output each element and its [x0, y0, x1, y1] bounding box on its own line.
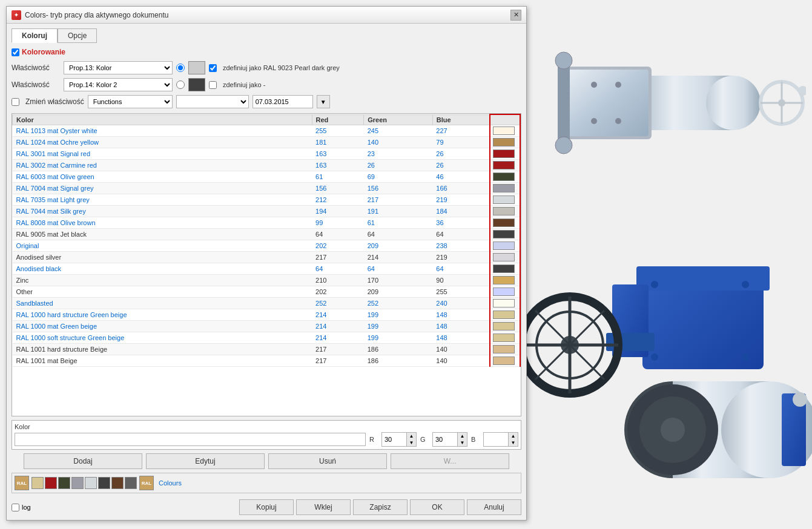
r-input[interactable] — [382, 433, 406, 446]
color-name-cell[interactable]: Anodised silver — [13, 251, 312, 263]
color-swatch-cell[interactable] — [490, 182, 520, 194]
swatch-5[interactable] — [85, 477, 97, 489]
tab-opcje[interactable]: Opcje — [58, 28, 97, 43]
table-row[interactable]: RAL 1000 hard structure Green beige21419… — [13, 309, 521, 320]
zmien-checkbox[interactable] — [12, 98, 19, 106]
usun-button[interactable]: Usuń — [268, 453, 387, 469]
color-swatch-cell[interactable] — [490, 240, 520, 251]
color-swatch-cell[interactable] — [490, 136, 520, 148]
b-input[interactable] — [484, 433, 508, 446]
color-swatch-cell[interactable] — [490, 297, 520, 309]
color-name-cell[interactable]: RAL 6003 mat Olive green — [13, 171, 312, 182]
zapisz-button[interactable]: Zapisz — [353, 499, 408, 515]
swatch-7[interactable] — [111, 477, 124, 489]
color-swatch-cell[interactable] — [490, 343, 520, 355]
table-row[interactable]: RAL 3002 mat Carmine red1632626 — [13, 159, 521, 171]
table-row[interactable]: RAL 7035 mat Light grey212217219 — [13, 194, 521, 205]
color-swatch-cell[interactable] — [490, 355, 520, 366]
color-name-cell[interactable]: RAL 7004 mat Signal grey — [13, 182, 312, 194]
property2-radio[interactable] — [176, 80, 185, 89]
dodaj-button[interactable]: Dodaj — [24, 453, 142, 469]
table-row[interactable]: Zinc21017090 — [13, 274, 521, 286]
table-row[interactable]: Anodised black646464 — [13, 263, 521, 274]
table-row[interactable]: RAL 8008 mat Olive brown996136 — [13, 217, 521, 228]
b-spin-down[interactable]: ▼ — [508, 439, 518, 446]
kopiuj-button[interactable]: Kopiuj — [239, 499, 294, 515]
table-row[interactable]: Original202209238 — [13, 240, 521, 251]
color-swatch-cell[interactable] — [490, 320, 520, 332]
color-table-container[interactable]: Kolor Red Green Blue RAL 1013 mat Oyster… — [12, 113, 521, 416]
color-swatch-cell[interactable] — [490, 205, 520, 217]
color-name-cell[interactable]: Other — [13, 286, 312, 297]
table-row[interactable]: RAL 1013 mat Oyster white255245227 — [13, 125, 521, 136]
color-swatch-cell[interactable] — [490, 228, 520, 240]
edytuj-button[interactable]: Edytuj — [146, 453, 265, 469]
property1-select[interactable]: Prop.13: Kolor — [64, 61, 173, 74]
g-input[interactable] — [433, 433, 457, 446]
color-swatch-cell[interactable] — [490, 159, 520, 171]
property1-radio[interactable] — [176, 64, 185, 72]
color-name-cell[interactable]: RAL 1013 mat Oyster white — [13, 125, 312, 136]
date-picker-button[interactable]: ▼ — [317, 95, 330, 108]
table-row[interactable]: RAL 1001 hard structure Beige217186140 — [13, 343, 521, 355]
swatch-3[interactable] — [58, 477, 70, 489]
ral-icon-2[interactable]: RAL — [138, 475, 155, 491]
color-swatch-cell[interactable] — [490, 171, 520, 182]
color-name-cell[interactable]: Zinc — [13, 274, 312, 286]
color-swatch-cell[interactable] — [490, 309, 520, 320]
color-swatch-cell[interactable] — [490, 263, 520, 274]
table-row[interactable]: RAL 1024 mat Ochre yellow18114079 — [13, 136, 521, 148]
tab-koloruj[interactable]: Koloruj — [12, 28, 58, 43]
property1-zdefiniuj-checkbox[interactable] — [209, 64, 217, 72]
table-row[interactable]: RAL 9005 mat Jet black646464 — [13, 228, 521, 240]
swatch-8[interactable] — [125, 477, 137, 489]
table-row[interactable]: RAL 1000 soft structure Green beige21419… — [13, 332, 521, 343]
property2-zdefiniuj-checkbox[interactable] — [209, 81, 217, 89]
kolor-name-input[interactable] — [15, 433, 366, 446]
functions-select[interactable]: Functions — [88, 95, 173, 108]
ok-button[interactable]: OK — [410, 499, 464, 515]
ral-icon-1[interactable]: RAL — [13, 475, 30, 491]
color-name-cell[interactable]: RAL 1001 mat Beige — [13, 355, 312, 366]
table-row[interactable]: RAL 1000 mat Green beige214199148 — [13, 320, 521, 332]
property2-select[interactable]: Prop.14: Kolor 2 — [64, 78, 173, 91]
table-row[interactable]: Anodised silver217214219 — [13, 251, 521, 263]
color-name-cell[interactable]: Sandblasted — [13, 297, 312, 309]
w-button[interactable]: W... — [391, 453, 509, 469]
r-spin-up[interactable]: ▲ — [406, 433, 416, 439]
r-spin-down[interactable]: ▼ — [406, 439, 416, 446]
color-swatch-cell[interactable] — [490, 125, 520, 136]
color-name-cell[interactable]: RAL 7035 mat Light grey — [13, 194, 312, 205]
kolorowanie-checkbox[interactable] — [12, 48, 19, 56]
color-name-cell[interactable]: RAL 3001 mat Signal red — [13, 148, 312, 159]
color-swatch-cell[interactable] — [490, 274, 520, 286]
swatch-4[interactable] — [71, 477, 84, 489]
color-name-cell[interactable]: Original — [13, 240, 312, 251]
color-name-cell[interactable]: RAL 9005 mat Jet black — [13, 228, 312, 240]
color-name-cell[interactable]: RAL 1000 hard structure Green beige — [13, 309, 312, 320]
color-name-cell[interactable]: Anodised black — [13, 263, 312, 274]
g-spin-down[interactable]: ▼ — [457, 439, 467, 446]
color-swatch-cell[interactable] — [490, 332, 520, 343]
table-row[interactable]: RAL 6003 mat Olive green616946 — [13, 171, 521, 182]
g-spin-up[interactable]: ▲ — [457, 433, 467, 439]
color-swatch-cell[interactable] — [490, 217, 520, 228]
color-name-cell[interactable]: RAL 1001 hard structure Beige — [13, 343, 312, 355]
color-name-cell[interactable]: RAL 3002 mat Carmine red — [13, 159, 312, 171]
color-swatch-cell[interactable] — [490, 194, 520, 205]
empty-select[interactable] — [176, 95, 249, 108]
table-row[interactable]: RAL 1001 mat Beige217186140 — [13, 355, 521, 366]
color-swatch-cell[interactable] — [490, 286, 520, 297]
log-checkbox[interactable] — [12, 504, 19, 511]
swatch-6[interactable] — [98, 477, 110, 489]
color-name-cell[interactable]: RAL 1000 soft structure Green beige — [13, 332, 312, 343]
table-row[interactable]: RAL 7044 mat Silk grey194191184 — [13, 205, 521, 217]
color-name-cell[interactable]: RAL 7044 mat Silk grey — [13, 205, 312, 217]
color-name-cell[interactable]: RAL 1024 mat Ochre yellow — [13, 136, 312, 148]
anuluj-button[interactable]: Anuluj — [467, 499, 521, 515]
table-row[interactable]: Other202209255 — [13, 286, 521, 297]
date-input[interactable] — [253, 95, 313, 108]
color-swatch-cell[interactable] — [490, 148, 520, 159]
color-swatch-cell[interactable] — [490, 251, 520, 263]
color-name-cell[interactable]: RAL 8008 mat Olive brown — [13, 217, 312, 228]
